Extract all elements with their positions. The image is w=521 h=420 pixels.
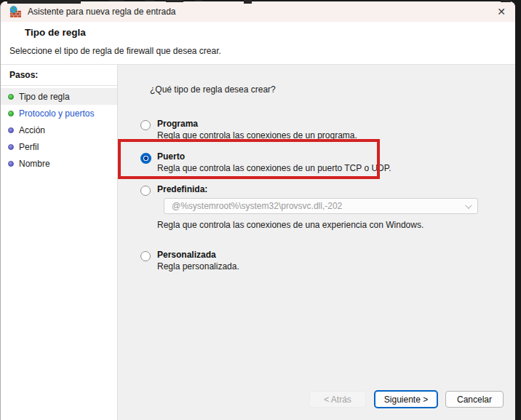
radio-puerto[interactable] bbox=[140, 153, 151, 164]
background-window-remnant bbox=[501, 0, 511, 2]
sidebar-item-accion[interactable]: Acción bbox=[1, 122, 117, 138]
page-subtitle: Seleccione el tipo de regla de firewall … bbox=[9, 46, 221, 56]
wizard-body: Pasos: Tipo de regla Protocolo y puertos… bbox=[1, 65, 515, 420]
dropdown-value: @%systemroot%\system32\provsvc.dll,-202 bbox=[172, 201, 342, 211]
option-label-programa[interactable]: Programa bbox=[157, 119, 198, 129]
step-dot-icon bbox=[8, 144, 14, 150]
firewall-icon bbox=[9, 6, 22, 18]
question-text: ¿Qué tipo de regla desea crear? bbox=[150, 84, 276, 95]
steps-title: Pasos: bbox=[1, 65, 117, 86]
background-window-remnant bbox=[244, 0, 252, 4]
option-desc-predefinida: Regla que controla las conexiones de una… bbox=[157, 220, 423, 230]
step-dot-icon bbox=[8, 127, 14, 133]
next-button[interactable]: Siguiente > bbox=[374, 390, 438, 408]
back-button: < Atrás bbox=[309, 391, 366, 408]
sidebar-item-label: Tipo de regla bbox=[19, 92, 70, 102]
wizard-header: Tipo de regla Seleccione el tipo de regl… bbox=[1, 22, 515, 65]
screenshot-root: Asistente para nueva regla de entrada ✕ … bbox=[0, 0, 521, 420]
rule-type-panel: ¿Qué tipo de regla desea crear? Programa… bbox=[118, 65, 515, 420]
window-title: Asistente para nueva regla de entrada bbox=[28, 7, 175, 17]
sidebar-item-label: Nombre bbox=[19, 159, 50, 169]
cancel-button[interactable]: Cancelar bbox=[445, 391, 504, 408]
step-dot-icon bbox=[8, 94, 14, 100]
sidebar-item-label: Protocolo y puertos bbox=[19, 108, 94, 119]
page-title: Tipo de regla bbox=[25, 27, 86, 38]
option-desc-puerto: Regla que controla las conexiones de un … bbox=[157, 163, 391, 173]
predefined-rule-dropdown[interactable]: @%systemroot%\system32\provsvc.dll,-202 bbox=[164, 198, 478, 214]
background-window-remnant bbox=[109, 0, 124, 1]
steps-sidebar: Pasos: Tipo de regla Protocolo y puertos… bbox=[1, 65, 118, 420]
close-icon[interactable]: ✕ bbox=[490, 4, 512, 20]
sidebar-item-tipo-de-regla[interactable]: Tipo de regla bbox=[1, 88, 117, 105]
background-window-remnant bbox=[7, 0, 81, 4]
title-bar[interactable]: Asistente para nueva regla de entrada ✕ bbox=[1, 1, 515, 22]
step-dot-icon bbox=[8, 111, 14, 116]
radio-programa[interactable] bbox=[140, 120, 151, 130]
option-desc-personalizada: Regla personalizada. bbox=[157, 261, 239, 272]
sidebar-item-label: Perfil bbox=[19, 142, 39, 152]
background-window-remnant bbox=[195, 0, 202, 1]
background-window-remnant bbox=[145, 0, 154, 1]
option-label-predefinida[interactable]: Predefinida: bbox=[157, 184, 207, 194]
option-label-puerto[interactable]: Puerto bbox=[157, 151, 185, 162]
sidebar-item-label: Acción bbox=[19, 125, 45, 135]
steps-list: Tipo de regla Protocolo y puertos Acción… bbox=[1, 86, 117, 172]
background-window-remnant bbox=[166, 0, 183, 2]
radio-personalizada[interactable] bbox=[140, 251, 151, 261]
chevron-down-icon bbox=[465, 202, 472, 209]
wizard-dialog: Asistente para nueva regla de entrada ✕ … bbox=[0, 1, 515, 420]
sidebar-item-perfil[interactable]: Perfil bbox=[1, 138, 117, 155]
option-label-personalizada[interactable]: Personalizada bbox=[157, 250, 216, 260]
radio-predefinida[interactable] bbox=[140, 186, 151, 196]
sidebar-item-nombre[interactable]: Nombre bbox=[1, 155, 117, 172]
option-desc-programa: Regla que controla las conexiones de un … bbox=[157, 130, 357, 140]
step-dot-icon bbox=[8, 161, 14, 167]
sidebar-item-protocolo-y-puertos[interactable]: Protocolo y puertos bbox=[1, 105, 117, 122]
